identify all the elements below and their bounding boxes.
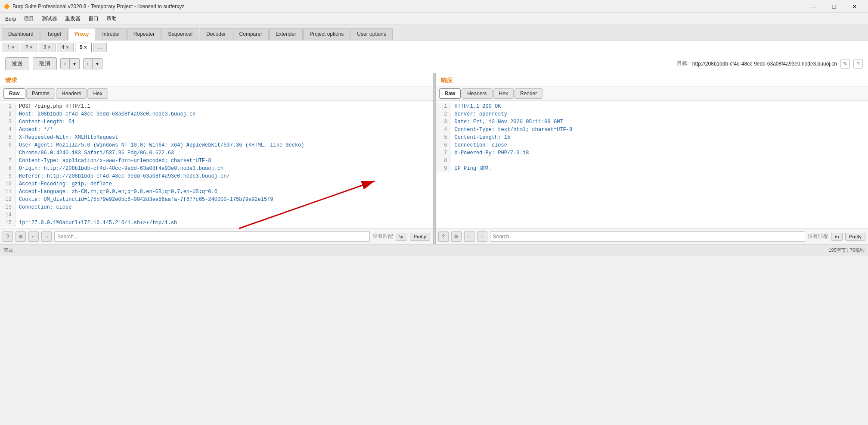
sub-tab-bar: 1 × 2 × 3 × 4 × 5 × ... [0,41,868,54]
request-line-13: 13Connection: close [0,203,433,211]
tab-extender[interactable]: Extender [269,28,303,40]
toolbar: 发送 取消 ‹ ▾ › ▾ 目标: http://208b1bdb-cf4d-4… [0,54,868,73]
request-pretty-btn[interactable]: Pretty [410,233,430,241]
request-line-14: 14 [0,211,433,219]
response-help-icon[interactable]: ? [438,231,449,242]
line-number: 6 [0,141,16,149]
main-tab-bar: Dashboard Target Proxy Intruder Repeater… [0,25,868,41]
tab-repeater[interactable]: Repeater [127,28,161,40]
menu-project[interactable]: 项目 [20,13,37,24]
line-number: 1 [436,103,451,110]
response-pretty-btn[interactable]: Pretty [845,233,865,241]
request-search-input[interactable] [54,231,370,242]
target-url-section: 目标: http://208b1bdb-cf4d-48cc-9edd-63a08… [677,59,863,69]
tab-intruder[interactable]: Intruder [96,28,126,40]
sub-tab-5[interactable]: 5 × [75,43,92,52]
line-number: 1 [0,103,16,110]
request-tab-hex[interactable]: Hex [87,88,108,99]
tab-user-options[interactable]: User options [350,28,392,40]
line-number: 15 [0,219,16,227]
request-forward-icon[interactable]: → [41,231,52,242]
line-text: POST /ping.php HTTP/1.1 [16,103,90,110]
line-number: 7 [436,149,451,157]
response-back-icon[interactable]: ← [464,231,474,242]
request-panel: 请求 Raw Params Headers Hex 1POST /ping.ph… [0,73,433,244]
response-tab-raw[interactable]: Raw [439,88,461,99]
line-number: 3 [436,118,451,126]
minimize-button[interactable]: — [803,0,823,13]
title-controls[interactable]: — □ ✕ [803,0,865,13]
tab-target[interactable]: Target [40,28,68,40]
response-line-5: 6Connection: close [436,141,868,149]
status-bar: 完成 195字节 | 76毫秒 [0,244,868,256]
maximize-button[interactable]: □ [824,0,844,13]
back-button[interactable]: ‹ [60,58,70,69]
line-number: 5 [436,134,451,141]
request-back-icon[interactable]: ← [28,231,39,242]
cancel-button[interactable]: 取消 [33,57,57,70]
line-text: Content-Type: text/html; charset=UTF-8 [451,126,573,134]
response-no-match: 没有匹配 [808,233,828,240]
response-newline-btn[interactable]: \n [831,233,843,241]
sub-tab-4[interactable]: 4 × [57,43,74,52]
request-help-icon[interactable]: ? [3,231,13,242]
line-text: Host: 208b1bdb-cf4d-48cc-9edd-63a08f4a93… [16,110,195,118]
request-line-1: 2Host: 208b1bdb-cf4d-48cc-9edd-63a08f4a9… [0,110,433,118]
tab-proxy[interactable]: Proxy [68,28,95,41]
response-forward-icon[interactable]: → [477,231,487,242]
request-tab-headers[interactable]: Headers [56,88,87,99]
menu-scanner[interactable]: 测试器 [38,13,61,24]
title-bar: 🔶 Burp Suite Professional v2020.8 - Temp… [0,0,868,13]
request-line-4: 5X-Requested-With: XMLHttpRequest [0,134,433,141]
sub-tab-1[interactable]: 1 × [3,43,19,52]
line-number: 7 [0,157,16,165]
edit-target-icon[interactable]: ✎ [840,59,850,69]
response-tab-render[interactable]: Render [515,88,542,99]
request-line-6: Chrome/86.0.4240.183 Safari/537.36 Edg/8… [0,149,433,157]
response-gear-icon[interactable]: ⚙ [451,231,462,242]
response-panel: 响应 Raw Headers Hex Render 1HTTP/1.1 200 … [436,73,868,244]
forward-dropdown-button[interactable]: ▾ [93,58,102,69]
response-tab-headers[interactable]: Headers [462,88,492,99]
tab-decoder[interactable]: Decoder [200,28,232,40]
close-button[interactable]: ✕ [845,0,865,13]
forward-nav-group: › ▾ [83,58,102,69]
request-line-0: 1POST /ping.php HTTP/1.1 [0,103,433,110]
response-content[interactable]: 1HTTP/1.1 200 OK2Server: openresty3Date:… [436,101,868,228]
request-line-7: 7Content-Type: application/x-www-form-ur… [0,157,433,165]
menu-help[interactable]: 帮助 [103,13,120,24]
tab-project-options[interactable]: Project options [303,28,350,40]
line-text: Accept-Encoding: gzip, deflate [16,180,112,188]
request-content[interactable]: 1POST /ping.php HTTP/1.12Host: 208b1bdb-… [0,101,433,228]
menu-burp[interactable]: Burp [2,14,19,24]
request-line-3: 4Accept: */* [0,126,433,134]
request-gear-icon[interactable]: ⚙ [16,231,26,242]
forward-button[interactable]: › [83,58,93,69]
request-no-match: 没有匹配 [372,233,393,240]
tab-sequencer[interactable]: Sequencer [161,28,199,40]
sub-tab-3[interactable]: 3 × [39,43,56,52]
request-tab-params[interactable]: Params [26,88,55,99]
request-newline-btn[interactable]: \n [396,233,407,241]
line-text: Cookie: UM_distinctid=175b79e92e0bc6-004… [16,196,273,203]
help-icon[interactable]: ? [853,59,863,69]
line-text: Content-Length: 51 [16,118,75,126]
tab-dashboard[interactable]: Dashboard [2,28,40,40]
send-button[interactable]: 发送 [5,57,29,70]
request-line-15: 15ip=127.0.0.1%0acurl+172.16.145.210/1.s… [0,219,433,227]
line-text: Referer: http://208b1bdb-cf4d-48cc-9edd-… [16,172,230,180]
sub-tab-2[interactable]: 2 × [21,43,37,52]
request-line-12: 12Cookie: UM_distinctid=175b79e92e0bc6-0… [0,196,433,203]
app-logo: 🔶 [3,3,10,9]
line-number: 4 [436,126,451,134]
sub-tab-more[interactable]: ... [93,43,107,52]
line-number: 11 [0,188,16,196]
line-text: Accept: */* [16,126,53,134]
response-search-input[interactable] [490,231,806,242]
request-tab-raw[interactable]: Raw [3,88,25,99]
tab-comparer[interactable]: Comparer [233,28,269,40]
response-tab-hex[interactable]: Hex [493,88,514,99]
menu-window[interactable]: 窗口 [85,13,102,24]
back-dropdown-button[interactable]: ▾ [70,58,80,69]
menu-repeater[interactable]: 重发器 [62,13,84,24]
